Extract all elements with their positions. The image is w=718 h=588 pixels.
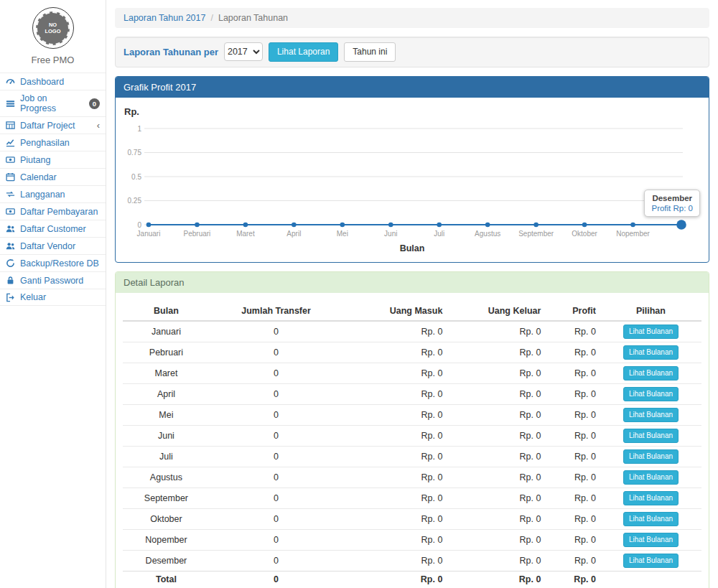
svg-text:0.75: 0.75 <box>128 149 142 157</box>
tasks-icon <box>6 99 15 108</box>
view-monthly-button[interactable]: Lihat Bulanan <box>623 533 679 547</box>
view-monthly-button[interactable]: Lihat Bulanan <box>623 554 679 568</box>
svg-text:Agustus: Agustus <box>475 230 500 238</box>
cell-jumlah-transfer: 0 <box>210 487 342 508</box>
svg-text:Oktober: Oktober <box>572 230 597 238</box>
profit-chart-svg: 10.750.50.250JanuariPebruariMaretAprilMe… <box>123 118 701 242</box>
sidebar-item-daftar-project[interactable]: Daftar Project‹ <box>0 116 106 134</box>
sidebar-item-backup-restore-db[interactable]: Backup/Restore DB <box>0 254 106 271</box>
breadcrumb-active: Laporan Tahunan <box>218 13 288 23</box>
view-monthly-button[interactable]: Lihat Bulanan <box>623 366 679 381</box>
cell-uang-keluar: Rp. 0 <box>447 446 545 467</box>
sidebar-item-label: Ganti Password <box>20 276 83 286</box>
chart-tooltip: Desember Profit Rp: 0 <box>644 190 700 217</box>
view-monthly-button[interactable]: Lihat Bulanan <box>623 325 679 339</box>
chart-line-icon <box>6 138 15 147</box>
sidebar-item-label: Dashboard <box>20 77 64 87</box>
filter-label: Laporan Tahunan per <box>123 47 218 57</box>
tooltip-value: Profit Rp: 0 <box>651 204 693 213</box>
total-cell-pilihan <box>600 571 701 587</box>
cell-bulan: Pebruari <box>123 342 210 363</box>
view-monthly-button[interactable]: Lihat Bulanan <box>623 449 679 464</box>
sidebar-item-job-on-progress[interactable]: Job on Progress0 <box>0 90 106 116</box>
table-total-row: Total0Rp. 0Rp. 0Rp. 0 <box>123 571 701 587</box>
cell-uang-keluar: Rp. 0 <box>447 321 545 342</box>
cell-pilihan: Lihat Bulanan <box>600 383 701 404</box>
cell-uang-masuk: Rp. 0 <box>342 425 447 446</box>
cell-uang-masuk: Rp. 0 <box>342 383 447 404</box>
svg-text:1: 1 <box>137 124 141 132</box>
svg-text:Juni: Juni <box>384 230 397 238</box>
table-row-maret: Maret0Rp. 0Rp. 0Rp. 0Lihat Bulanan <box>123 363 701 383</box>
sidebar-item-label: Keluar <box>20 292 46 302</box>
svg-text:April: April <box>286 230 301 238</box>
view-monthly-button[interactable]: Lihat Bulanan <box>623 429 679 443</box>
breadcrumb-link[interactable]: Laporan Tahun 2017 <box>123 13 205 23</box>
profit-chart: 10.750.50.250JanuariPebruariMaretAprilMe… <box>123 118 701 242</box>
sidebar-item-penghasilan[interactable]: Penghasilan <box>0 134 106 151</box>
users-icon <box>6 224 15 233</box>
money-icon <box>6 155 15 164</box>
view-monthly-button[interactable]: Lihat Bulanan <box>623 512 679 526</box>
cell-bulan: Maret <box>123 363 210 383</box>
table-row-oktober: Oktober0Rp. 0Rp. 0Rp. 0Lihat Bulanan <box>123 508 701 529</box>
profit-chart-panel: Grafik Profit 2017 Rp. 10.750.50.250Janu… <box>115 76 709 263</box>
chart-x-axis-label: Bulan <box>123 243 701 253</box>
count-badge: 0 <box>89 98 100 109</box>
sidebar-item-daftar-vendor[interactable]: Daftar Vendor <box>0 237 106 254</box>
cell-profit: Rp. 0 <box>545 383 600 404</box>
this-year-button[interactable]: Tahun ini <box>344 42 396 62</box>
cell-uang-keluar: Rp. 0 <box>447 425 545 446</box>
sidebar-menu: DashboardJob on Progress0Daftar Project‹… <box>0 73 106 306</box>
sidebar-item-daftar-customer[interactable]: Daftar Customer <box>0 220 106 237</box>
cell-profit: Rp. 0 <box>545 550 600 571</box>
table-row-april: April0Rp. 0Rp. 0Rp. 0Lihat Bulanan <box>123 383 701 404</box>
app-window: NO LOGO Free PMO DashboardJob on Progres… <box>0 0 718 588</box>
svg-text:Nopember: Nopember <box>616 230 650 238</box>
year-select[interactable]: 2017 <box>224 42 263 61</box>
view-monthly-button[interactable]: Lihat Bulanan <box>623 408 679 422</box>
sidebar-item-langganan[interactable]: Langganan <box>0 185 106 202</box>
sidebar-item-daftar-pembayaran[interactable]: Daftar Pembayaran <box>0 202 106 220</box>
calendar-icon <box>6 172 15 182</box>
sidebar-item-piutang[interactable]: Piutang <box>0 151 106 168</box>
sign-out-icon <box>6 293 15 302</box>
cell-pilihan: Lihat Bulanan <box>600 529 701 550</box>
view-monthly-button[interactable]: Lihat Bulanan <box>623 387 679 401</box>
report-filter-bar: Laporan Tahunan per 2017 Lihat Laporan T… <box>115 37 709 67</box>
cell-uang-masuk: Rp. 0 <box>342 467 447 487</box>
cell-pilihan: Lihat Bulanan <box>600 467 701 487</box>
view-monthly-button[interactable]: Lihat Bulanan <box>623 345 679 360</box>
logo-gear: NO LOGO <box>36 11 70 45</box>
table-row-juli: Juli0Rp. 0Rp. 0Rp. 0Lihat Bulanan <box>123 446 701 467</box>
view-monthly-button[interactable]: Lihat Bulanan <box>623 491 679 505</box>
sidebar-item-label: Daftar Customer <box>20 224 86 234</box>
logo-text: NO LOGO <box>44 22 62 34</box>
cell-jumlah-transfer: 0 <box>210 342 342 363</box>
total-cell-uang-masuk: Rp. 0 <box>342 571 447 587</box>
chart-y-axis-label: Rp. <box>124 106 701 117</box>
cell-uang-keluar: Rp. 0 <box>447 404 545 425</box>
sidebar-item-label: Daftar Project <box>20 121 75 131</box>
column-header-pilihan: Pilihan <box>600 302 701 321</box>
cell-uang-keluar: Rp. 0 <box>447 342 545 363</box>
table-row-januari: Januari0Rp. 0Rp. 0Rp. 0Lihat Bulanan <box>123 321 701 342</box>
cell-jumlah-transfer: 0 <box>210 363 342 383</box>
table-row-september: September0Rp. 0Rp. 0Rp. 0Lihat Bulanan <box>123 487 701 508</box>
view-monthly-button[interactable]: Lihat Bulanan <box>623 470 679 485</box>
sidebar-item-ganti-password[interactable]: Ganti Password <box>0 271 106 289</box>
sidebar-item-dashboard[interactable]: Dashboard <box>0 73 106 90</box>
detail-panel-title: Detail Laporan <box>116 272 709 293</box>
cell-pilihan: Lihat Bulanan <box>600 550 701 571</box>
cell-pilihan: Lihat Bulanan <box>600 363 701 383</box>
view-report-button[interactable]: Lihat Laporan <box>269 42 338 62</box>
svg-text:Maret: Maret <box>236 230 255 238</box>
cell-jumlah-transfer: 0 <box>210 446 342 467</box>
cell-uang-masuk: Rp. 0 <box>342 508 447 529</box>
brand-name: Free PMO <box>0 55 106 65</box>
cell-pilihan: Lihat Bulanan <box>600 487 701 508</box>
sidebar-item-calendar[interactable]: Calendar <box>0 168 106 185</box>
table-header-row: BulanJumlah TransferUang MasukUang Kelua… <box>123 302 701 321</box>
cell-pilihan: Lihat Bulanan <box>600 404 701 425</box>
sidebar-item-keluar[interactable]: Keluar <box>0 289 106 306</box>
